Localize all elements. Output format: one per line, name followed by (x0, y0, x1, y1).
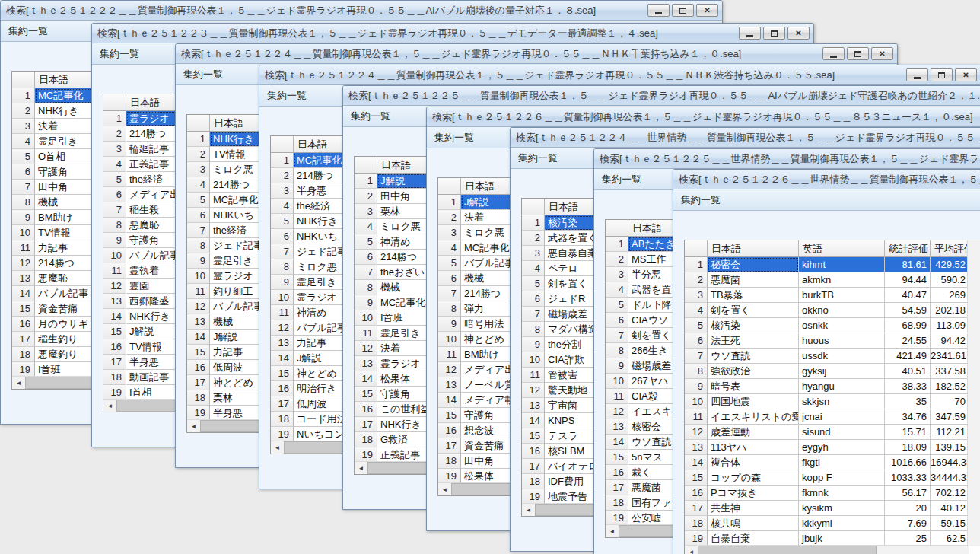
table-row[interactable]: 17 共生神 kysikm 20 40.12 (685, 501, 980, 516)
cell-english[interactable]: fkgti (799, 455, 885, 470)
cell-avg[interactable]: 94.42 (931, 333, 969, 349)
window-titlebar[interactable]: 検索[ｔｈｅ２５１２２４＿＿質量制御再現公表１，５＿＿ジェド霊界ラジオ再現０．５… (176, 44, 897, 64)
cell-stat[interactable]: 35 (885, 394, 931, 409)
cell-avg[interactable]: 59.15 (931, 516, 969, 531)
cell-japanese[interactable]: 悪魔菌 (708, 272, 799, 288)
cell-english[interactable]: skkjsn (799, 394, 885, 409)
table-row[interactable]: 19 自暴自棄 jbujk 25 62.5 (685, 531, 980, 546)
window-titlebar[interactable]: 検索[ｔｈｅ２５１２２６＿＿質量制御再現公表１，５＿＿ジェド霊界ラジオ再現０．５… (427, 107, 980, 127)
cell-japanese[interactable]: コップの森 (708, 470, 799, 486)
minimize-button[interactable] (648, 4, 670, 17)
table-row[interactable]: 18 核共鳴 kkkymi 7.69 59.15 (685, 516, 980, 531)
cell-japanese[interactable]: 強欲政治 (708, 364, 799, 379)
cell-japanese[interactable]: 四国地震 (708, 394, 799, 409)
cell-english[interactable]: kihmt (799, 257, 885, 272)
scroll-left-icon[interactable] (522, 504, 535, 516)
cell-japanese[interactable]: 核汚染 (708, 318, 799, 333)
cell-stat[interactable]: 421.49 (885, 349, 931, 364)
cell-japanese[interactable]: 共生神 (708, 501, 799, 516)
cell-english[interactable]: kysikm (799, 501, 885, 516)
scroll-left-icon[interactable] (438, 483, 451, 495)
close-button[interactable] (788, 27, 810, 40)
table-row[interactable]: 7 ウソ査読 ussdk 421.49 2341.61 (685, 349, 980, 364)
cell-stat[interactable]: 38.33 (885, 379, 931, 394)
table-row[interactable]: 12 歳差運動 sisund 15.71 112.21 (685, 425, 980, 440)
cell-english[interactable]: fkmnk (799, 486, 885, 501)
table-row[interactable]: 3 TB暴落 burkTB 40.47 269 (685, 288, 980, 303)
cell-english[interactable]: gyksij (799, 364, 885, 379)
cell-english[interactable]: hyangu (799, 379, 885, 394)
table-row[interactable]: 13 113ヤハ eygyh 18.09 139.15 (685, 440, 980, 455)
cell-avg[interactable]: 139.15 (931, 440, 969, 455)
table-row[interactable]: 15 コップの森 kopp F 1033.33 34444.33 (685, 470, 980, 486)
cell-stat[interactable]: 1016.66 (885, 455, 931, 470)
cell-avg[interactable]: 34444.33 (931, 470, 969, 486)
window-titlebar[interactable]: 検索[ｔｈｅ２５１２２４＿＿世界情勢＿＿質量制御再現公表１，５＿＿ジェド霊界ラジ… (511, 128, 980, 148)
scroll-left-icon[interactable] (271, 441, 284, 454)
minimize-button[interactable] (822, 47, 845, 60)
cell-english[interactable]: eygyh (799, 440, 885, 455)
cell-stat[interactable]: 15.71 (885, 425, 931, 440)
window-titlebar[interactable]: 検索[ｔｈｅ２５１２２６＿＿世界情勢＿＿質量制御再現公表１，５＿＿ジェド霊界ラジ… (673, 170, 980, 189)
cell-stat[interactable]: 40.51 (885, 364, 931, 379)
cell-avg[interactable]: 202.18 (931, 303, 969, 318)
cell-stat[interactable]: 81.61 (885, 257, 931, 272)
cell-avg[interactable]: 70 (931, 394, 969, 409)
maximize-button[interactable] (931, 68, 953, 81)
cell-english[interactable]: akmkn (799, 272, 885, 288)
table-row[interactable]: 4 剣を置く okkno 54.59 202.18 (685, 303, 980, 318)
cell-avg[interactable]: 590.2 (931, 272, 969, 288)
scroll-left-icon[interactable] (606, 525, 619, 537)
window-titlebar[interactable]: 検索[ｔｈｅ２５１２２５＿＿質量制御再現公表１，５＿＿ジェド霊界ラジオ再現０．５… (343, 86, 980, 106)
table-row[interactable]: 6 法王死 huous 24.55 94.42 (685, 333, 980, 349)
cell-avg[interactable]: 337.58 (931, 364, 969, 379)
horizontal-scrollbar[interactable] (685, 545, 969, 554)
table-row[interactable]: 9 暗号表 hyangu 38.33 182.52 (685, 379, 980, 394)
window-titlebar[interactable]: 検索[ｔｈｅ２５１２２４＿＿質量制御再現公表１，５＿＿ジェド霊界ラジオ再現０．５… (259, 65, 980, 85)
cell-english[interactable]: ussdk (799, 349, 885, 364)
cell-english[interactable]: okkno (799, 303, 885, 318)
cell-stat[interactable]: 1033.33 (885, 470, 931, 486)
cell-avg[interactable]: 429.52 (931, 257, 969, 272)
cell-stat[interactable]: 54.59 (885, 303, 931, 318)
cell-avg[interactable]: 182.52 (931, 379, 969, 394)
cell-japanese[interactable]: イエスキリストの愛 (708, 409, 799, 425)
scroll-left-icon[interactable] (187, 420, 200, 432)
cell-japanese[interactable]: 剣を置く (708, 303, 799, 318)
cell-avg[interactable]: 347.59 (931, 409, 969, 425)
cell-japanese[interactable]: 暗号表 (708, 379, 799, 394)
cell-japanese[interactable]: 113ヤハ (708, 440, 799, 455)
cell-stat[interactable]: 20 (885, 501, 931, 516)
maximize-button[interactable] (763, 27, 785, 40)
table-row[interactable]: 11 イエスキリストの愛 jcnai 34.76 347.59 (685, 409, 980, 425)
cell-avg[interactable]: 16944.33 (931, 455, 969, 470)
maximize-button[interactable] (672, 4, 694, 17)
cell-japanese[interactable]: 秘密会 (708, 257, 799, 272)
table-row[interactable]: 1 秘密会 kihmt 81.61 429.52 (685, 257, 980, 272)
maximize-button[interactable] (847, 47, 869, 60)
cell-english[interactable]: osnkk (799, 318, 885, 333)
scroll-left-icon[interactable] (103, 400, 116, 412)
cell-japanese[interactable]: 法王死 (708, 333, 799, 349)
cell-avg[interactable]: 40.12 (931, 501, 969, 516)
cell-english[interactable]: sisund (799, 425, 885, 440)
cell-japanese[interactable]: TB暴落 (708, 288, 799, 303)
table-row[interactable]: 10 四国地震 skkjsn 35 70 (685, 394, 980, 409)
cell-avg[interactable]: 269 (931, 288, 969, 303)
minimize-button[interactable] (739, 27, 761, 40)
cell-stat[interactable]: 24.55 (885, 333, 931, 349)
cell-japanese[interactable]: ウソ査読 (708, 349, 799, 364)
cell-avg[interactable]: 702.12 (931, 486, 969, 501)
cell-avg[interactable]: 113.09 (931, 318, 969, 333)
table-row[interactable]: 2 悪魔菌 akmkn 94.44 590.2 (685, 272, 980, 288)
close-button[interactable] (871, 47, 893, 60)
cell-avg[interactable]: 2341.61 (931, 349, 969, 364)
cell-stat[interactable]: 56.17 (885, 486, 931, 501)
close-button[interactable] (955, 68, 977, 81)
scroll-left-icon[interactable] (355, 462, 368, 474)
cell-english[interactable]: burkTB (799, 288, 885, 303)
scroll-left-icon[interactable] (685, 546, 698, 554)
minimize-button[interactable] (906, 68, 928, 81)
cell-stat[interactable]: 34.76 (885, 409, 931, 425)
window-titlebar[interactable]: 検索[ｔｈｅ２５１２２３＿＿質量制御再現公表１，５＿＿ジェド霊界ラジオ再現０．５… (92, 24, 813, 43)
